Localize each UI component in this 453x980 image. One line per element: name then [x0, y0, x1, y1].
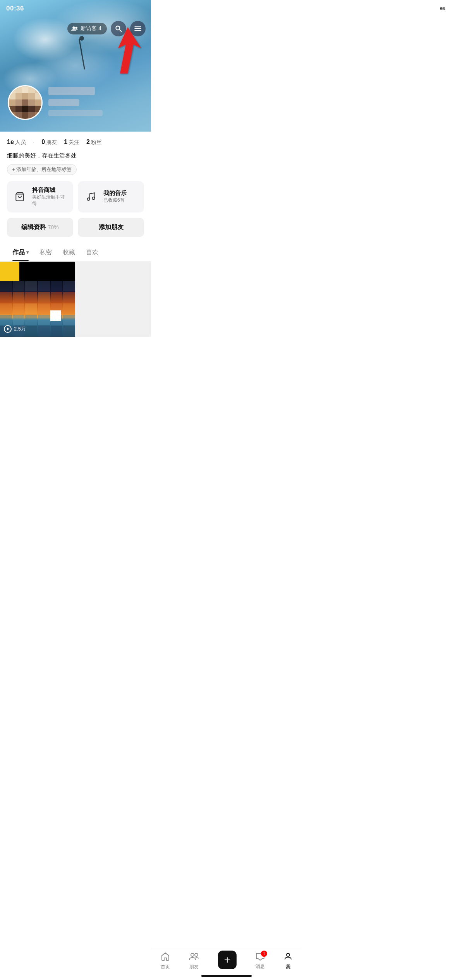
svg-point-13 — [87, 198, 90, 200]
stat-following[interactable]: 1 关注 — [64, 139, 79, 146]
avatar — [8, 85, 43, 120]
hero-section: 新访客 4 — [0, 0, 151, 132]
tab-private[interactable]: 私密 — [34, 243, 57, 261]
visitors-icon — [71, 26, 78, 31]
note-icon — [86, 192, 96, 202]
svg-point-14 — [92, 197, 95, 199]
hero-top-bar: 新访客 4 — [0, 17, 151, 40]
shop-icon — [12, 189, 27, 204]
tab-likes[interactable]: 喜欢 — [81, 243, 104, 261]
menu-button[interactable] — [130, 21, 146, 36]
shop-card[interactable]: 抖音商城 美好生活触手可得 — [7, 181, 73, 212]
music-card-text: 我的音乐 已收藏6首 — [103, 190, 127, 204]
play-icon — [4, 325, 12, 333]
svg-point-4 — [73, 26, 76, 29]
status-bar: 00:36 66 — [0, 0, 151, 17]
status-time: 00:36 — [6, 5, 24, 12]
username-blurred — [48, 87, 103, 116]
chevron-down-icon: ▾ — [26, 250, 29, 255]
following-label: 关注 — [69, 139, 79, 146]
new-visitors-button[interactable]: 新访客 4 — [67, 23, 107, 34]
music-icon — [83, 189, 99, 204]
tabs-bar: 作品 ▾ 私密 收藏 喜欢 — [0, 243, 151, 262]
shop-card-sub: 美好生活触手可得 — [32, 194, 68, 207]
music-card-title: 我的音乐 — [103, 190, 127, 197]
stats-row: 1e 人员 · 0 朋友 1 关注 2 粉丝 — [7, 139, 144, 146]
shop-card-text: 抖音商城 美好生活触手可得 — [32, 187, 68, 207]
add-tags-button[interactable]: + 添加年龄、所在地等标签 — [7, 164, 77, 175]
shop-card-title: 抖音商城 — [32, 187, 68, 194]
followers-label: 粉丝 — [91, 139, 102, 146]
content-grid: 2.5万 — [0, 262, 151, 337]
search-icon — [115, 25, 122, 33]
following-count: 1 — [64, 139, 67, 146]
add-friend-button[interactable]: 添加朋友 — [78, 218, 144, 237]
tab-favorites[interactable]: 收藏 — [57, 243, 81, 261]
stat-id: 1e 人员 — [7, 139, 26, 146]
friends-count: 0 — [41, 139, 45, 146]
music-card-sub: 已收藏6首 — [103, 197, 127, 204]
cart-icon — [15, 192, 25, 202]
grid-item-1[interactable]: 2.5万 — [0, 262, 75, 337]
search-button[interactable] — [111, 21, 126, 36]
cards-row: 抖音商城 美好生活触手可得 我的音乐 已收藏6首 — [7, 181, 144, 212]
stat-id-label: 人员 — [15, 139, 26, 146]
bio-text: 细腻的美好，存在生活各处 — [7, 151, 144, 160]
grid-item-2 — [76, 262, 151, 337]
music-card[interactable]: 我的音乐 已收藏6首 — [78, 181, 144, 212]
stat-followers[interactable]: 2 粉丝 — [86, 139, 102, 146]
svg-line-7 — [120, 30, 122, 32]
friends-label: 朋友 — [46, 139, 57, 146]
action-buttons: 编辑资料 70% 添加朋友 — [7, 218, 144, 243]
followers-count: 2 — [86, 139, 90, 146]
menu-icon — [134, 26, 142, 31]
stat-friends[interactable]: 0 朋友 — [41, 139, 57, 146]
svg-point-5 — [76, 27, 78, 29]
video-play-count: 2.5万 — [4, 325, 26, 333]
tab-works[interactable]: 作品 ▾ — [7, 243, 34, 261]
profile-section: 1e 人员 · 0 朋友 1 关注 2 粉丝 细腻的美好，存在生活各处 + 添加… — [0, 132, 151, 243]
edit-profile-button[interactable]: 编辑资料 70% — [7, 218, 73, 237]
stat-id-value: 1e — [7, 139, 14, 146]
